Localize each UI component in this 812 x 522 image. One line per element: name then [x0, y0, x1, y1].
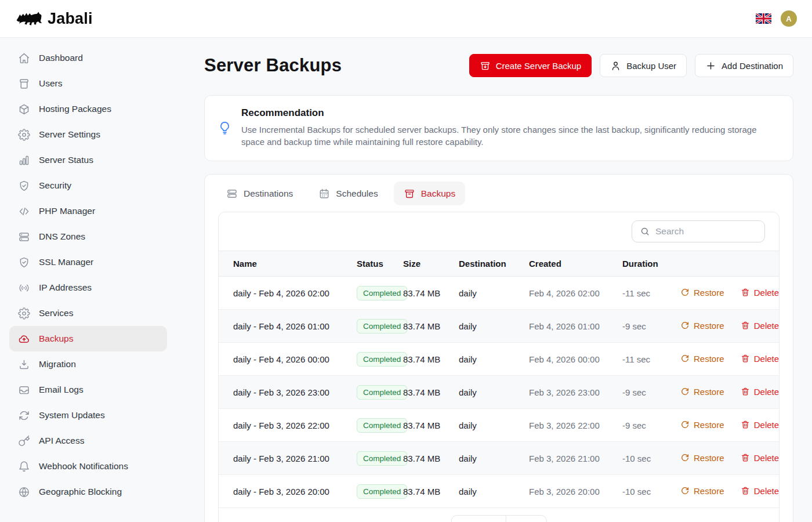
home-icon — [18, 52, 30, 64]
search-box[interactable] — [632, 220, 765, 242]
shield-check-icon — [18, 256, 30, 269]
sidebar-item-security[interactable]: Security — [9, 173, 167, 198]
tab-schedules[interactable]: Schedules — [309, 182, 387, 205]
restore-button[interactable]: Restore — [680, 486, 724, 496]
backup-size: 83.74 MB — [403, 343, 459, 376]
lightbulb-icon — [217, 121, 232, 135]
trash-icon — [741, 321, 750, 330]
sidebar-item-dashboard[interactable]: Dashboard — [9, 45, 167, 71]
server-stack-icon — [226, 188, 238, 200]
top-navbar: Jabali A — [0, 0, 812, 37]
recommendation-title: Recommendation — [241, 107, 766, 119]
backup-created: Feb 4, 2026 00:00 — [529, 343, 622, 376]
table-row: daily - Feb 3, 2026 21:00 Completed 83.7… — [219, 442, 779, 475]
gear-icon — [18, 129, 30, 141]
sidebar-item-php-manager[interactable]: PHP Manager — [9, 198, 167, 224]
restore-button[interactable]: Restore — [680, 387, 724, 397]
sidebar-item-label: IP Addresses — [39, 282, 92, 293]
sidebar-item-label: Users — [39, 78, 62, 89]
sidebar-item-system-updates[interactable]: System Updates — [9, 403, 167, 428]
backup-duration: -10 sec — [622, 475, 680, 508]
archive-down-icon — [480, 60, 491, 71]
sidebar-item-label: Services — [39, 308, 73, 318]
add-destination-button[interactable]: Add Destination — [695, 54, 793, 77]
restore-button[interactable]: Restore — [680, 354, 724, 364]
delete-button[interactable]: Delete — [741, 354, 779, 364]
key-icon — [18, 435, 30, 447]
shield-check-icon — [18, 180, 30, 192]
sidebar-item-ssl-manager[interactable]: SSL Manager — [9, 249, 167, 275]
calendar-icon — [318, 188, 330, 200]
backup-destination: daily — [459, 475, 529, 508]
backup-size: 83.74 MB — [403, 475, 459, 508]
sidebar-item-backups[interactable]: Backups — [9, 326, 167, 351]
trash-icon — [741, 387, 750, 396]
sidebar-item-label: DNS Zones — [39, 231, 85, 242]
table-row: daily - Feb 4, 2026 00:00 Completed 83.7… — [219, 343, 779, 376]
page-header: Server Backups Create Server BackupBacku… — [204, 54, 793, 77]
sidebar-item-migration[interactable]: Migration — [9, 351, 167, 377]
delete-button[interactable]: Delete — [741, 453, 779, 463]
sidebar-item-email-logs[interactable]: Email Logs — [9, 377, 167, 403]
restore-button[interactable]: Restore — [680, 321, 724, 331]
sidebar-item-api-access[interactable]: API Access — [9, 428, 167, 454]
restore-button[interactable]: Restore — [680, 420, 724, 430]
backups-card: DestinationsSchedulesBackups NameStatusS… — [204, 174, 793, 522]
sidebar-item-server-settings[interactable]: Server Settings — [9, 122, 167, 147]
sidebar-item-dns-zones[interactable]: DNS Zones — [9, 224, 167, 249]
delete-button[interactable]: Delete — [741, 321, 779, 331]
restore-icon — [680, 387, 690, 396]
tab-backups[interactable]: Backups — [394, 182, 465, 205]
sidebar-item-label: PHP Manager — [39, 206, 95, 216]
trash-icon — [741, 354, 750, 363]
table-row: daily - Feb 3, 2026 23:00 Completed 83.7… — [219, 376, 779, 409]
delete-button[interactable]: Delete — [741, 387, 779, 397]
create-server-backup-button[interactable]: Create Server Backup — [469, 54, 592, 77]
table-card: NameStatusSizeDestinationCreatedDuration… — [218, 212, 780, 522]
status-badge: Completed — [357, 418, 407, 433]
header-actions: Create Server BackupBackup UserAdd Desti… — [469, 54, 793, 77]
sidebar-item-webhook-notifications[interactable]: Webhook Notifications — [9, 454, 167, 479]
sidebar-item-label: Webhook Notifications — [39, 461, 128, 472]
backup-destination: daily — [459, 343, 529, 376]
backup-user-button[interactable]: Backup User — [600, 54, 687, 77]
cube-icon — [18, 103, 30, 115]
backup-created: Feb 3, 2026 20:00 — [529, 475, 622, 508]
sidebar-item-hosting-packages[interactable]: Hosting Packages — [9, 96, 167, 122]
restore-button[interactable]: Restore — [680, 453, 724, 463]
table-row: daily - Feb 4, 2026 01:00 Completed 83.7… — [219, 310, 779, 343]
delete-button[interactable]: Delete — [741, 486, 779, 496]
sidebar-item-server-status[interactable]: Server Status — [9, 147, 167, 173]
sidebar-item-label: Security — [39, 180, 71, 191]
sidebar-item-label: Server Settings — [39, 129, 100, 140]
table-row: daily - Feb 3, 2026 20:00 Completed 83.7… — [219, 475, 779, 508]
brand[interactable]: Jabali — [15, 9, 93, 28]
delete-button[interactable]: Delete — [741, 288, 779, 298]
column-header-created: Created — [529, 251, 622, 277]
per-page-select[interactable]: Per page 10 — [451, 515, 547, 522]
avatar-letter: A — [786, 14, 791, 23]
sidebar-item-ip-addresses[interactable]: IP Addresses — [9, 275, 167, 300]
trash-icon — [741, 453, 750, 462]
backup-size: 83.74 MB — [403, 310, 459, 343]
delete-button[interactable]: Delete — [741, 420, 779, 430]
trash-icon — [741, 420, 750, 429]
sidebar: DashboardUsersHosting PackagesServer Set… — [0, 37, 176, 522]
sidebar-item-geographic-blocking[interactable]: Geographic Blocking — [9, 479, 167, 505]
sidebar-item-label: Geographic Blocking — [39, 487, 122, 497]
sidebar-item-label: API Access — [39, 436, 84, 446]
boar-logo-icon — [15, 9, 43, 28]
avatar[interactable]: A — [781, 10, 797, 27]
column-header-name: Name — [219, 251, 357, 277]
inbox-icon — [18, 384, 30, 396]
uk-flag-icon[interactable] — [756, 13, 771, 24]
backups-table: NameStatusSizeDestinationCreatedDuration… — [219, 251, 779, 508]
restore-button[interactable]: Restore — [680, 288, 724, 298]
sidebar-item-services[interactable]: Services — [9, 300, 167, 326]
archive-tray-icon — [404, 188, 415, 200]
sidebar-item-label: Migration — [39, 359, 76, 369]
tab-destinations[interactable]: Destinations — [216, 182, 303, 205]
sidebar-item-users[interactable]: Users — [9, 71, 167, 96]
search-input[interactable] — [655, 226, 757, 237]
status-badge: Completed — [357, 286, 407, 300]
